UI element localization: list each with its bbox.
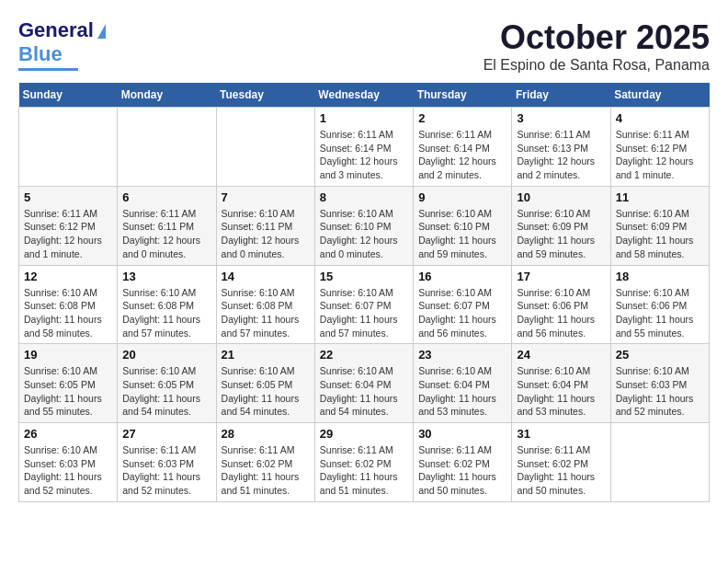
day-info: Sunrise: 6:11 AM Sunset: 6:12 PM Dayligh… — [616, 128, 704, 182]
day-number: 25 — [616, 348, 704, 362]
logo: General Blue — [18, 18, 106, 71]
calendar-cell: 20Sunrise: 6:10 AM Sunset: 6:05 PM Dayli… — [118, 344, 216, 423]
day-info: Sunrise: 6:10 AM Sunset: 6:05 PM Dayligh… — [222, 364, 310, 419]
calendar-cell: 4Sunrise: 6:11 AM Sunset: 6:12 PM Daylig… — [610, 108, 709, 187]
day-info: Sunrise: 6:10 AM Sunset: 6:07 PM Dayligh… — [320, 286, 408, 340]
day-info: Sunrise: 6:10 AM Sunset: 6:03 PM Dayligh… — [24, 443, 112, 498]
day-info: Sunrise: 6:11 AM Sunset: 6:02 PM Dayligh… — [517, 443, 605, 498]
calendar-body: 1Sunrise: 6:11 AM Sunset: 6:14 PM Daylig… — [19, 108, 710, 502]
day-info: Sunrise: 6:11 AM Sunset: 6:02 PM Dayligh… — [320, 443, 408, 498]
calendar-cell: 15Sunrise: 6:10 AM Sunset: 6:07 PM Dayli… — [314, 265, 413, 344]
calendar-cell: 18Sunrise: 6:10 AM Sunset: 6:06 PM Dayli… — [610, 265, 709, 344]
calendar-cell: 28Sunrise: 6:11 AM Sunset: 6:02 PM Dayli… — [216, 423, 314, 502]
calendar-cell: 17Sunrise: 6:10 AM Sunset: 6:06 PM Dayli… — [512, 265, 610, 344]
calendar-cell — [118, 108, 216, 187]
day-number: 31 — [517, 427, 605, 441]
calendar-cell: 29Sunrise: 6:11 AM Sunset: 6:02 PM Dayli… — [314, 423, 413, 502]
day-info: Sunrise: 6:11 AM Sunset: 6:11 PM Dayligh… — [122, 207, 210, 261]
calendar-cell — [216, 108, 314, 187]
day-number: 17 — [517, 270, 605, 283]
calendar-cell: 12Sunrise: 6:10 AM Sunset: 6:08 PM Dayli… — [19, 265, 118, 344]
day-info: Sunrise: 6:10 AM Sunset: 6:04 PM Dayligh… — [517, 364, 605, 419]
day-number: 9 — [418, 190, 506, 204]
calendar-header: SundayMondayTuesdayWednesdayThursdayFrid… — [19, 83, 710, 108]
day-info: Sunrise: 6:10 AM Sunset: 6:11 PM Dayligh… — [222, 207, 310, 261]
day-info: Sunrise: 6:11 AM Sunset: 6:02 PM Dayligh… — [222, 443, 310, 498]
day-number: 24 — [517, 348, 605, 362]
day-number: 2 — [418, 111, 506, 125]
day-info: Sunrise: 6:11 AM Sunset: 6:14 PM Dayligh… — [320, 128, 408, 182]
day-number: 21 — [222, 348, 310, 362]
day-number: 29 — [320, 427, 408, 441]
day-number: 6 — [122, 190, 210, 204]
day-number: 7 — [222, 190, 310, 204]
day-info: Sunrise: 6:10 AM Sunset: 6:08 PM Dayligh… — [122, 286, 210, 340]
title-block: October 2025 El Espino de Santa Rosa, Pa… — [483, 18, 710, 74]
calendar-cell: 7Sunrise: 6:10 AM Sunset: 6:11 PM Daylig… — [216, 186, 314, 265]
day-number: 19 — [24, 348, 112, 362]
calendar-cell: 10Sunrise: 6:10 AM Sunset: 6:09 PM Dayli… — [512, 186, 610, 265]
calendar-cell: 2Sunrise: 6:11 AM Sunset: 6:14 PM Daylig… — [414, 108, 512, 187]
month-title: October 2025 — [483, 18, 710, 57]
day-info: Sunrise: 6:10 AM Sunset: 6:07 PM Dayligh… — [418, 286, 506, 340]
calendar-cell: 21Sunrise: 6:10 AM Sunset: 6:05 PM Dayli… — [216, 344, 314, 423]
day-number: 20 — [122, 348, 210, 362]
day-info: Sunrise: 6:10 AM Sunset: 6:05 PM Dayligh… — [24, 364, 112, 419]
calendar-cell: 22Sunrise: 6:10 AM Sunset: 6:04 PM Dayli… — [314, 344, 413, 423]
calendar-cell: 19Sunrise: 6:10 AM Sunset: 6:05 PM Dayli… — [19, 344, 118, 423]
calendar-cell — [19, 108, 118, 187]
day-number: 30 — [418, 427, 506, 441]
day-info: Sunrise: 6:10 AM Sunset: 6:04 PM Dayligh… — [418, 364, 506, 419]
calendar-cell: 1Sunrise: 6:11 AM Sunset: 6:14 PM Daylig… — [314, 108, 413, 187]
calendar-cell: 5Sunrise: 6:11 AM Sunset: 6:12 PM Daylig… — [19, 186, 118, 265]
day-info: Sunrise: 6:10 AM Sunset: 6:06 PM Dayligh… — [616, 286, 704, 340]
weekday-header: Tuesday — [216, 83, 314, 108]
day-info: Sunrise: 6:11 AM Sunset: 6:02 PM Dayligh… — [418, 443, 506, 498]
day-number: 4 — [616, 111, 704, 125]
day-info: Sunrise: 6:10 AM Sunset: 6:04 PM Dayligh… — [320, 364, 408, 419]
page-header: General Blue October 2025 El Espino de S… — [18, 18, 710, 74]
day-number: 3 — [517, 111, 605, 125]
day-number: 27 — [122, 427, 210, 441]
calendar-table: SundayMondayTuesdayWednesdayThursdayFrid… — [18, 83, 710, 502]
calendar-cell: 26Sunrise: 6:10 AM Sunset: 6:03 PM Dayli… — [19, 423, 118, 502]
logo-blue: Blue — [18, 42, 63, 66]
day-number: 11 — [616, 190, 704, 204]
calendar-cell: 11Sunrise: 6:10 AM Sunset: 6:09 PM Dayli… — [610, 186, 709, 265]
day-info: Sunrise: 6:10 AM Sunset: 6:10 PM Dayligh… — [320, 207, 408, 261]
day-info: Sunrise: 6:10 AM Sunset: 6:06 PM Dayligh… — [517, 286, 605, 340]
weekday-header: Wednesday — [314, 83, 413, 108]
weekday-header: Thursday — [414, 83, 512, 108]
day-number: 10 — [517, 190, 605, 204]
calendar-cell: 9Sunrise: 6:10 AM Sunset: 6:10 PM Daylig… — [414, 186, 512, 265]
day-info: Sunrise: 6:10 AM Sunset: 6:03 PM Dayligh… — [616, 364, 704, 419]
calendar-week-row: 5Sunrise: 6:11 AM Sunset: 6:12 PM Daylig… — [19, 186, 710, 265]
day-info: Sunrise: 6:11 AM Sunset: 6:12 PM Dayligh… — [24, 207, 112, 261]
day-number: 23 — [418, 348, 506, 362]
weekday-header: Monday — [118, 83, 216, 108]
calendar-cell: 14Sunrise: 6:10 AM Sunset: 6:08 PM Dayli… — [216, 265, 314, 344]
weekday-header: Saturday — [610, 83, 709, 108]
day-number: 12 — [24, 270, 112, 283]
day-number: 15 — [320, 270, 408, 283]
location-subtitle: El Espino de Santa Rosa, Panama — [483, 57, 710, 74]
calendar-cell: 8Sunrise: 6:10 AM Sunset: 6:10 PM Daylig… — [314, 186, 413, 265]
weekday-row: SundayMondayTuesdayWednesdayThursdayFrid… — [19, 83, 710, 108]
calendar-week-row: 12Sunrise: 6:10 AM Sunset: 6:08 PM Dayli… — [19, 265, 710, 344]
logo-general: General — [18, 18, 94, 42]
day-number: 28 — [222, 427, 310, 441]
day-number: 18 — [616, 270, 704, 283]
day-info: Sunrise: 6:10 AM Sunset: 6:10 PM Dayligh… — [418, 207, 506, 261]
calendar-cell: 3Sunrise: 6:11 AM Sunset: 6:13 PM Daylig… — [512, 108, 610, 187]
calendar-cell: 16Sunrise: 6:10 AM Sunset: 6:07 PM Dayli… — [414, 265, 512, 344]
calendar-week-row: 19Sunrise: 6:10 AM Sunset: 6:05 PM Dayli… — [19, 344, 710, 423]
day-info: Sunrise: 6:11 AM Sunset: 6:14 PM Dayligh… — [418, 128, 506, 182]
calendar-cell: 23Sunrise: 6:10 AM Sunset: 6:04 PM Dayli… — [414, 344, 512, 423]
day-info: Sunrise: 6:11 AM Sunset: 6:03 PM Dayligh… — [122, 443, 210, 498]
weekday-header: Sunday — [19, 83, 118, 108]
day-number: 1 — [320, 111, 408, 125]
weekday-header: Friday — [512, 83, 610, 108]
calendar-cell: 31Sunrise: 6:11 AM Sunset: 6:02 PM Dayli… — [512, 423, 610, 502]
calendar-cell: 24Sunrise: 6:10 AM Sunset: 6:04 PM Dayli… — [512, 344, 610, 423]
day-number: 8 — [320, 190, 408, 204]
